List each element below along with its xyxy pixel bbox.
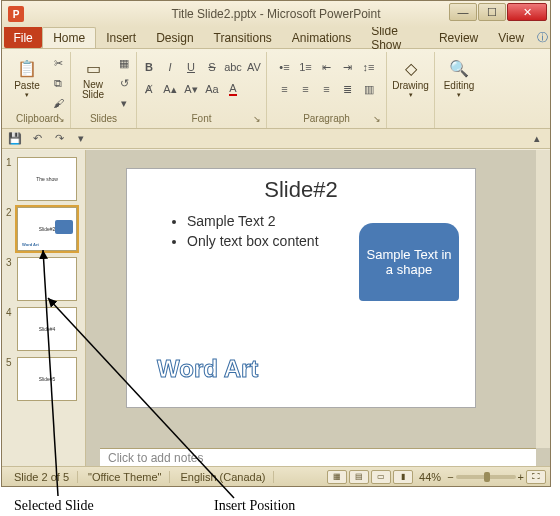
layout-button[interactable]: ▦ bbox=[115, 54, 133, 72]
qat-more-button[interactable]: ▾ bbox=[72, 131, 90, 147]
thumb-item[interactable]: 2 Slide#2 Word Art bbox=[2, 204, 85, 254]
align-center-button[interactable]: ≡ bbox=[297, 80, 315, 98]
close-button[interactable]: ✕ bbox=[507, 3, 547, 21]
tab-design[interactable]: Design bbox=[146, 27, 203, 48]
cut-button[interactable]: ✂ bbox=[49, 54, 67, 72]
font-shrink-button[interactable]: A▾ bbox=[182, 80, 200, 98]
reset-button[interactable]: ↺ bbox=[115, 74, 133, 92]
slide-title[interactable]: Slide#2 bbox=[127, 177, 475, 203]
font-color-button[interactable]: A bbox=[224, 80, 242, 98]
thumb-item[interactable]: 1 The show bbox=[2, 154, 85, 204]
paste-label: Paste bbox=[14, 80, 40, 91]
group-clipboard: 📋 Paste ▾ ✂ ⧉ 🖌 Clipboard ↘ bbox=[5, 52, 71, 128]
vertical-scrollbar[interactable] bbox=[536, 150, 550, 448]
thumb-number: 1 bbox=[6, 157, 14, 168]
font-launcher-icon[interactable]: ↘ bbox=[250, 112, 264, 126]
slideshow-view-button[interactable]: ▮ bbox=[393, 470, 413, 484]
strike-button[interactable]: S bbox=[203, 58, 221, 76]
format-painter-button[interactable]: 🖌 bbox=[49, 94, 67, 112]
rounded-rect-shape[interactable]: Sample Text in a shape bbox=[359, 223, 459, 301]
normal-view-button[interactable]: ▦ bbox=[327, 470, 347, 484]
drawing-label: Drawing bbox=[392, 80, 429, 91]
thumb-selected[interactable]: Slide#2 Word Art bbox=[17, 207, 77, 251]
font-grow-button[interactable]: A▴ bbox=[161, 80, 179, 98]
tab-review[interactable]: Review bbox=[429, 27, 488, 48]
group-label-font: Font bbox=[191, 113, 211, 126]
window-title: Title Slide2.pptx - Microsoft PowerPoint bbox=[172, 7, 381, 21]
editing-label: Editing bbox=[444, 80, 475, 91]
thumb-number: 4 bbox=[6, 307, 14, 318]
align-left-button[interactable]: ≡ bbox=[276, 80, 294, 98]
section-button[interactable]: ▾ bbox=[115, 94, 133, 112]
underline-button[interactable]: U bbox=[182, 58, 200, 76]
copy-button[interactable]: ⧉ bbox=[49, 74, 67, 92]
numbering-button[interactable]: 1≡ bbox=[297, 58, 315, 76]
sorter-view-button[interactable]: ▤ bbox=[349, 470, 369, 484]
clear-format-button[interactable]: A̸ bbox=[140, 80, 158, 98]
indent-dec-button[interactable]: ⇤ bbox=[318, 58, 336, 76]
thumb-shape-icon bbox=[55, 220, 73, 234]
clipboard-icon: 📋 bbox=[15, 56, 39, 80]
zoom-in-button[interactable]: + bbox=[518, 471, 524, 483]
group-label-drawing bbox=[409, 113, 412, 126]
tab-animations[interactable]: Animations bbox=[282, 27, 361, 48]
change-case-button[interactable]: Aa bbox=[203, 80, 221, 98]
new-slide-label: New Slide bbox=[82, 80, 104, 100]
shadow-button[interactable]: abc bbox=[224, 58, 242, 76]
group-label-paragraph: Paragraph bbox=[303, 113, 350, 126]
group-label-editing bbox=[458, 113, 461, 126]
paragraph-launcher-icon[interactable]: ↘ bbox=[370, 112, 384, 126]
annotation-label-selected: Selected Slide bbox=[14, 498, 94, 514]
app-icon: P bbox=[8, 6, 24, 22]
line-spacing-button[interactable]: ↕≡ bbox=[360, 58, 378, 76]
undo-button[interactable]: ↶ bbox=[28, 131, 46, 147]
fit-window-button[interactable]: ⛶ bbox=[526, 470, 546, 484]
zoom-thumb[interactable] bbox=[484, 472, 490, 482]
clipboard-launcher-icon[interactable]: ↘ bbox=[54, 112, 68, 126]
character-spacing-button[interactable]: AV bbox=[245, 58, 263, 76]
zoom-value: 44% bbox=[419, 471, 441, 483]
align-right-button[interactable]: ≡ bbox=[318, 80, 336, 98]
indent-inc-button[interactable]: ⇥ bbox=[339, 58, 357, 76]
bullets-button[interactable]: •≡ bbox=[276, 58, 294, 76]
collapse-ribbon-button[interactable]: ▴ bbox=[528, 131, 546, 147]
svg-line-1 bbox=[48, 298, 234, 498]
editing-button[interactable]: 🔍 Editing ▾ bbox=[440, 54, 478, 110]
new-slide-button[interactable]: ▭ New Slide bbox=[74, 54, 112, 110]
new-slide-icon: ▭ bbox=[81, 56, 105, 80]
paste-button[interactable]: 📋 Paste ▾ bbox=[8, 54, 46, 110]
zoom-out-button[interactable]: − bbox=[447, 471, 453, 483]
reading-view-button[interactable]: ▭ bbox=[371, 470, 391, 484]
group-paragraph: •≡ 1≡ ⇤ ⇥ ↕≡ ≡ ≡ ≡ ≣ ▥ Paragraph ↘ bbox=[267, 52, 387, 128]
tab-home[interactable]: Home bbox=[42, 27, 96, 48]
save-button[interactable]: 💾 bbox=[6, 131, 24, 147]
zoom-slider[interactable] bbox=[456, 475, 516, 479]
group-label-slides: Slides bbox=[90, 113, 117, 126]
tab-insert[interactable]: Insert bbox=[96, 27, 146, 48]
ribbon-tabs: File Home Insert Design Transitions Anim… bbox=[2, 27, 550, 49]
ribbon: 📋 Paste ▾ ✂ ⧉ 🖌 Clipboard ↘ ▭ bbox=[2, 49, 550, 129]
group-label-clipboard: Clipboard bbox=[16, 113, 59, 126]
drawing-button[interactable]: ◇ Drawing ▾ bbox=[392, 54, 430, 110]
group-slides: ▭ New Slide ▦ ↺ ▾ Slides bbox=[71, 52, 137, 128]
tab-transitions[interactable]: Transitions bbox=[204, 27, 282, 48]
group-editing: 🔍 Editing ▾ bbox=[435, 52, 483, 128]
thumb[interactable]: The show bbox=[17, 157, 77, 201]
italic-button[interactable]: I bbox=[161, 58, 179, 76]
thumb-wordart-icon: Word Art bbox=[22, 242, 39, 247]
bold-button[interactable]: B bbox=[140, 58, 158, 76]
redo-button[interactable]: ↷ bbox=[50, 131, 68, 147]
minimize-button[interactable]: — bbox=[449, 3, 477, 21]
maximize-button[interactable]: ☐ bbox=[478, 3, 506, 21]
title-bar: P Title Slide2.pptx - Microsoft PowerPoi… bbox=[2, 1, 550, 27]
thumb-number: 2 bbox=[6, 207, 14, 218]
group-font: B I U S abc AV A̸ A▴ A▾ Aa A F bbox=[137, 52, 267, 128]
justify-button[interactable]: ≣ bbox=[339, 80, 357, 98]
help-icon[interactable]: ⓘ bbox=[534, 27, 550, 48]
shapes-icon: ◇ bbox=[399, 56, 423, 80]
tab-slideshow[interactable]: Slide Show bbox=[361, 27, 429, 48]
shape-text: Sample Text in a shape bbox=[365, 247, 453, 277]
tab-view[interactable]: View bbox=[488, 27, 534, 48]
columns-button[interactable]: ▥ bbox=[360, 80, 378, 98]
tab-file[interactable]: File bbox=[4, 27, 42, 48]
